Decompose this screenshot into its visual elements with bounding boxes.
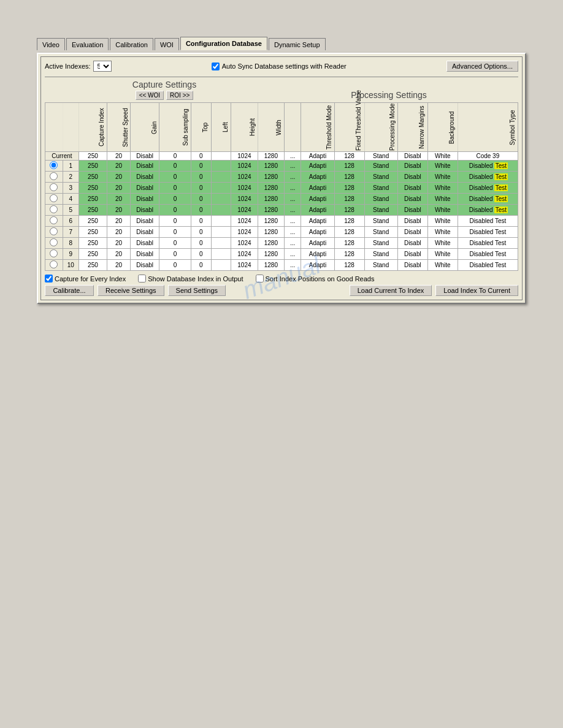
- fixed-threshold-header: Fixed Threshold Value: [334, 103, 364, 152]
- row-index-3: 3: [63, 183, 79, 194]
- sub-sampling-header: Sub sampling: [159, 103, 191, 152]
- current-threshold-mode: Adapti: [301, 152, 334, 161]
- row-radio-5[interactable]: [50, 205, 58, 213]
- tab-bar: Video Evaluation Calibration WOI Configu…: [37, 37, 526, 50]
- current-narrow: Disabl: [397, 152, 427, 161]
- current-width: 1280: [258, 152, 284, 161]
- table-row: 525020Disabl0010241280...Adapti128StandD…: [45, 205, 518, 216]
- tab-configuration-database[interactable]: Configuration Database: [180, 37, 267, 50]
- woi-btn[interactable]: << WOI: [136, 91, 164, 100]
- index-col-header: [63, 103, 79, 152]
- gain-header: Gain: [131, 103, 159, 152]
- tab-evaluation[interactable]: Evaluation: [66, 38, 109, 50]
- table-row: 225020Disabl0010241280...Adapti128StandD…: [45, 172, 518, 183]
- calibrate-button[interactable]: Calibrate...: [45, 285, 94, 296]
- advanced-options-button[interactable]: Advanced Options...: [446, 61, 518, 72]
- auto-sync-checkbox[interactable]: [212, 63, 220, 70]
- row-index-7: 7: [63, 227, 79, 238]
- table-row: 425020Disabl0010241280...Adapti128StandD…: [45, 194, 518, 205]
- show-database-label: Show Database Index in Output: [148, 275, 243, 282]
- top-header: Top: [191, 103, 211, 152]
- row-radio-8[interactable]: [50, 238, 58, 246]
- row-radio-3[interactable]: [50, 183, 58, 191]
- narrow-margins-header: Narrow Margins: [397, 103, 427, 152]
- capture-title: Capture Settings: [69, 80, 259, 89]
- row-index-10: 10: [63, 260, 79, 271]
- tab-video[interactable]: Video: [37, 38, 65, 50]
- row-index-9: 9: [63, 249, 79, 260]
- table-row: 125020Disabl0010241280...Adapti128StandD…: [45, 161, 518, 172]
- row-radio-6[interactable]: [50, 216, 58, 224]
- table-row: 825020Disabl0010241280...Adapti128StandD…: [45, 238, 518, 249]
- row-index-8: 8: [63, 238, 79, 249]
- bottom-controls: Capture for Every Index Show Database In…: [45, 275, 518, 296]
- bottom-buttons-row: Calibrate... Receive Settings Send Setti…: [45, 285, 518, 296]
- row-index-6: 6: [63, 216, 79, 227]
- row-index-5: 5: [63, 205, 79, 216]
- table-row: 625020Disabl0010241280...Adapti128StandD…: [45, 216, 518, 227]
- current-label: Current: [45, 152, 79, 161]
- load-index-button[interactable]: Load Index To Current: [435, 285, 518, 296]
- auto-sync-group: Auto Sync Database settings with Reader: [118, 63, 440, 70]
- row-index-2: 2: [63, 172, 79, 183]
- table-row: 925020Disabl0010241280...Adapti128StandD…: [45, 249, 518, 260]
- table-row: 325020Disabl0010241280...Adapti128StandD…: [45, 183, 518, 194]
- row-index-1: 1: [63, 161, 79, 172]
- sort-positions-label: Sort Index Positions on Good Reads: [266, 275, 375, 282]
- roi-btn[interactable]: ROI >>: [166, 91, 193, 100]
- current-symbol-type: Code 39: [458, 152, 518, 161]
- current-sub-sampling: 0: [159, 152, 191, 161]
- sort-positions-checkbox[interactable]: [256, 275, 264, 282]
- header-row: Capture Index Shutter Speed Gain Sub sam…: [45, 103, 518, 152]
- current-height: 1024: [231, 152, 258, 161]
- active-indexes-select[interactable]: 5 123 467 8910: [93, 61, 112, 72]
- row-radio-7[interactable]: [50, 227, 58, 235]
- send-settings-button[interactable]: Send Settings: [168, 285, 226, 296]
- tab-dynamic-setup[interactable]: Dynamic Setup: [269, 38, 326, 50]
- width-header: Width: [258, 103, 284, 152]
- top-controls: Active Indexes: 5 123 467 8910 Auto Sync…: [45, 61, 518, 72]
- row-radio-1[interactable]: [50, 161, 58, 169]
- current-shutter: 20: [107, 152, 131, 161]
- active-indexes-group: Active Indexes: 5 123 467 8910: [45, 61, 112, 72]
- receive-settings-button[interactable]: Receive Settings: [98, 285, 164, 296]
- current-dots: ...: [285, 152, 301, 161]
- show-database-checkbox[interactable]: [138, 275, 146, 282]
- current-top: 0: [191, 152, 211, 161]
- current-fixed-threshold: 128: [334, 152, 364, 161]
- active-indexes-label: Active Indexes:: [45, 63, 91, 70]
- row-radio-9[interactable]: [50, 249, 58, 257]
- left-header: Left: [211, 103, 231, 152]
- table-row: 1025020Disabl0010241280...Adapti128Stand…: [45, 260, 518, 271]
- current-capture-index: 250: [79, 152, 107, 161]
- table-row: 725020Disabl0010241280...Adapti128StandD…: [45, 227, 518, 238]
- bottom-checkboxes-row: Capture for Every Index Show Database In…: [45, 275, 518, 282]
- main-panel: Capture Settings << WOI ROI >> Processin…: [45, 80, 518, 271]
- current-row: Current 250 20 Disabl 0 0 1024 1280 ... …: [45, 152, 518, 161]
- row-radio-4[interactable]: [50, 194, 58, 202]
- capture-every-label: Capture for Every Index: [55, 275, 126, 282]
- tab-woi[interactable]: WOI: [155, 38, 179, 50]
- row-radio-2[interactable]: [50, 172, 58, 180]
- main-window: Active Indexes: 5 123 467 8910 Auto Sync…: [37, 53, 526, 304]
- current-processing-mode: Stand: [364, 152, 397, 161]
- tab-calibration[interactable]: Calibration: [110, 38, 153, 50]
- symbol-type-header: Symbol Type: [458, 103, 518, 152]
- height-header: Height: [231, 103, 258, 152]
- capture-index-header: Capture Index: [79, 103, 107, 152]
- row-radio-10[interactable]: [50, 260, 58, 268]
- shutter-header: Shutter Speed: [107, 103, 131, 152]
- current-background: White: [427, 152, 458, 161]
- dots-header: [285, 103, 301, 152]
- capture-every-checkbox[interactable]: [45, 275, 53, 282]
- threshold-mode-header: Threshold Mode: [301, 103, 334, 152]
- current-left: [211, 152, 231, 161]
- processing-mode-header: Processing Mode: [364, 103, 397, 152]
- load-current-button[interactable]: Load Current To Index: [350, 285, 432, 296]
- divider: [45, 77, 518, 77]
- background-header: Background: [427, 103, 458, 152]
- row-index-4: 4: [63, 194, 79, 205]
- content-area: Active Indexes: 5 123 467 8910 Auto Sync…: [40, 56, 523, 300]
- auto-sync-label: Auto Sync Database settings with Reader: [222, 63, 347, 70]
- data-table: Capture Index Shutter Speed Gain Sub sam…: [45, 102, 518, 271]
